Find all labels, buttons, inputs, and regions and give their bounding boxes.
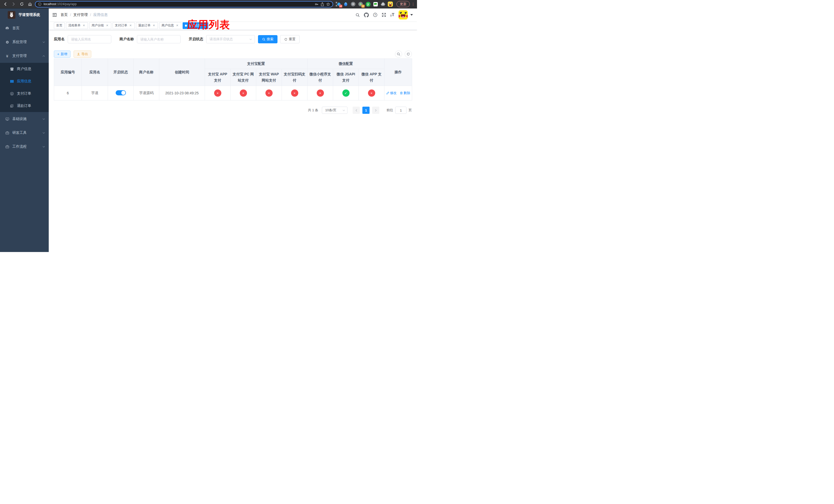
sidebar-item-pay-order[interactable]: 支付订单 [0, 87, 49, 100]
sidebar-logo[interactable]: 芋道管理系统 [0, 8, 49, 21]
add-button[interactable]: + 新增 [54, 50, 70, 58]
reset-button[interactable]: 重置 [280, 35, 300, 43]
filter-form: 应用名 商户名称 开启状态 请选择开启状态 搜索 重置 [54, 35, 412, 43]
page-number-1[interactable]: 1 [363, 107, 370, 114]
browser-menu-icon[interactable]: ⋮ [411, 2, 415, 6]
tab-refund-order[interactable]: 退款订单✕ [136, 22, 158, 29]
status-cross-icon: × [291, 90, 298, 97]
pagination: 共 1 条 10条/页 1 前往 页 [54, 107, 412, 114]
site-info-icon[interactable] [38, 2, 42, 6]
status-select[interactable]: 请选择开启状态 [206, 35, 255, 43]
merchant-name-input[interactable] [137, 35, 180, 43]
close-icon[interactable]: ✕ [129, 24, 132, 27]
trash-icon [400, 92, 403, 95]
delete-link[interactable]: 删除 [400, 91, 410, 95]
header-search-icon[interactable] [355, 13, 360, 17]
browser-reload-icon[interactable] [19, 1, 25, 7]
sidebar-item-payment[interactable]: ¥ 支付管理 [0, 49, 49, 63]
extension-command-icon[interactable]: ⌘ [351, 2, 356, 7]
sidebar-item-home[interactable]: 首页 [0, 21, 49, 35]
goto-page-input[interactable] [395, 107, 407, 114]
active-dot [185, 25, 187, 27]
status-label: 开启状态 [189, 37, 203, 42]
tab-user-group[interactable]: 用户分组✕ [89, 22, 111, 29]
close-icon[interactable]: ✕ [105, 24, 109, 27]
breadcrumb-home[interactable]: 首页 [61, 13, 68, 17]
page-size-select[interactable]: 10条/页 [322, 107, 348, 114]
sidebar-collapse-icon[interactable] [52, 13, 57, 17]
monitor-icon [5, 117, 9, 121]
sidebar-item-label: 支付管理 [12, 53, 39, 58]
extension-y-icon[interactable]: y [366, 2, 371, 7]
cell-merchant: 芋道源码 [134, 86, 159, 100]
edit-link[interactable]: 修改 [386, 91, 397, 95]
tab-home[interactable]: 首页 [54, 22, 65, 29]
sidebar-item-app-info[interactable]: 应用信息 [0, 75, 49, 87]
sidebar-item-workflow[interactable]: 工作流程 [0, 140, 49, 154]
browser-home-icon[interactable] [27, 1, 33, 7]
search-button[interactable]: 搜索 [258, 35, 278, 43]
status-toggle[interactable] [116, 90, 126, 95]
address-bar[interactable]: localhost:1024/pay/app [35, 1, 333, 7]
table-row: 6 芋道 芋道源码 2021-10-23 08:49:25 × × × × × … [54, 86, 412, 100]
table-toolbar: + 新增 导出 [54, 50, 412, 58]
extension-tabs-icon[interactable]: 10 [336, 2, 341, 7]
user-avatar[interactable] [398, 10, 408, 20]
svg-text:?: ? [374, 13, 376, 16]
browser-forward-icon[interactable] [10, 1, 17, 7]
bookmark-star-icon[interactable] [326, 2, 330, 6]
github-icon[interactable] [364, 13, 369, 18]
browser-toolbar: localhost:1024/pay/app 10 ⌘ 1 y [0, 0, 417, 8]
hide-search-button[interactable] [395, 50, 402, 58]
share-icon[interactable] [321, 2, 324, 6]
refresh-button[interactable] [405, 50, 412, 58]
help-icon[interactable]: ? [373, 13, 377, 17]
col-wechat-lite: 微信小程序支付 [307, 69, 333, 86]
sidebar-item-refund-order[interactable]: 退款订单 [0, 100, 49, 112]
sidebar-item-dev-tools[interactable]: 研发工具 [0, 126, 49, 140]
close-icon[interactable]: ✕ [175, 24, 179, 27]
storefront-icon [10, 67, 14, 71]
col-group-wechat: 微信配置 [307, 59, 385, 69]
font-size-icon[interactable]: TT [390, 12, 395, 18]
search-icon [262, 38, 265, 41]
extension-balloon-icon[interactable] [343, 2, 348, 7]
tab-pay-order[interactable]: 支付订单✕ [113, 22, 135, 29]
extension-recorder-icon[interactable]: 1 [358, 2, 363, 7]
export-button[interactable]: 导出 [73, 50, 91, 58]
url-text[interactable]: localhost:1024/pay/app [44, 2, 313, 6]
main-area: 应用列表 首页 / 支付管理 / 应用信息 ? [49, 8, 417, 252]
sidebar-item-merchant-info[interactable]: 商户信息 [0, 63, 49, 75]
edit-pencil-icon [386, 92, 389, 95]
breadcrumb-payment[interactable]: 支付管理 [73, 13, 88, 17]
page-suffix-label: 页 [409, 108, 412, 113]
user-menu-caret-icon[interactable] [410, 14, 413, 16]
password-key-icon[interactable] [315, 2, 319, 6]
extensions-puzzle-icon[interactable] [380, 2, 386, 7]
app-frame: 芋道管理系统 首页 系统管理 ¥ 支付管理 [0, 8, 417, 252]
app-name-input[interactable] [68, 35, 111, 43]
close-icon[interactable]: ✕ [82, 24, 86, 27]
prev-page-button[interactable] [353, 107, 360, 114]
fullscreen-icon[interactable] [381, 13, 386, 17]
tab-process-form[interactable]: 流程表单✕ [66, 22, 88, 29]
tab-merchant-info[interactable]: 商户信息✕ [159, 22, 181, 29]
close-icon[interactable]: ✕ [152, 24, 156, 27]
col-actions: 操作 [385, 59, 412, 86]
extension-chat-icon[interactable] [373, 2, 378, 7]
document-icon [10, 104, 14, 108]
status-cross-icon: × [265, 90, 272, 97]
sidebar-item-infrastructure[interactable]: 基础设施 [0, 112, 49, 126]
plus-icon: + [57, 52, 59, 56]
profile-avatar-icon[interactable] [388, 2, 393, 7]
browser-back-icon[interactable] [2, 1, 9, 7]
sidebar-item-label: 退款订单 [17, 104, 45, 108]
sidebar-item-label: 系统管理 [12, 40, 39, 44]
sidebar-item-label: 支付订单 [17, 91, 45, 96]
next-page-button[interactable] [372, 107, 379, 114]
cell-wechat-app: × [359, 86, 385, 100]
download-icon [77, 52, 80, 55]
sidebar-item-system[interactable]: 系统管理 [0, 35, 49, 49]
yen-icon: ¥ [5, 54, 9, 58]
chrome-update-button[interactable]: 更新 [396, 1, 410, 7]
